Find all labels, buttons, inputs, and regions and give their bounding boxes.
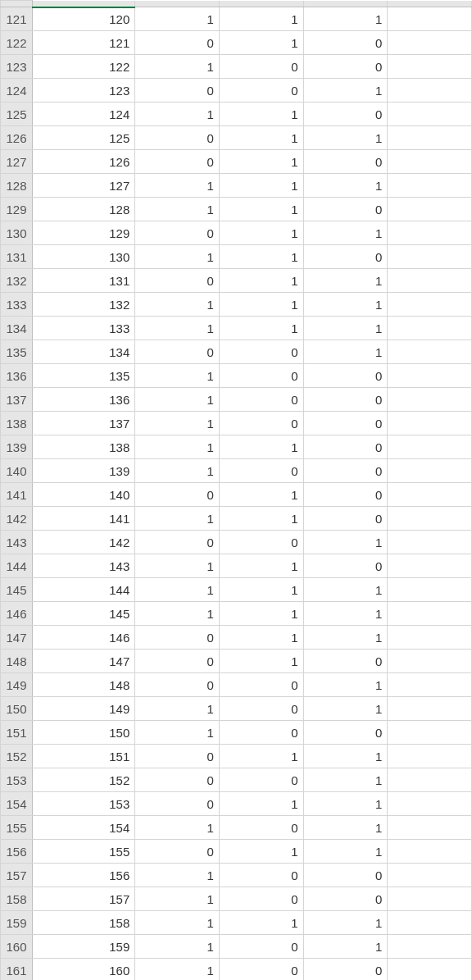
cell[interactable]: 1 — [219, 911, 303, 935]
cell[interactable]: 0 — [219, 459, 303, 483]
cell[interactable]: 1 — [219, 435, 303, 459]
cell[interactable]: 0 — [219, 697, 303, 721]
cell[interactable]: 144 — [33, 578, 135, 602]
cell[interactable]: 0 — [219, 768, 303, 792]
cell[interactable]: 136 — [33, 388, 135, 412]
cell[interactable]: 0 — [219, 79, 303, 103]
cell[interactable]: 0 — [303, 554, 388, 578]
cell[interactable]: 1 — [135, 697, 220, 721]
cell[interactable]: 1 — [135, 721, 220, 745]
cell[interactable]: 0 — [303, 103, 388, 126]
cell[interactable]: 1 — [135, 55, 220, 79]
cell[interactable]: 0 — [219, 887, 303, 911]
row-header[interactable]: 140 — [1, 459, 33, 483]
cell[interactable]: 0 — [219, 935, 303, 959]
cell[interactable]: 1 — [303, 792, 388, 816]
cell[interactable] — [388, 412, 472, 435]
row-header[interactable]: 152 — [1, 745, 33, 768]
cell[interactable]: 0 — [219, 864, 303, 887]
cell[interactable]: 0 — [303, 959, 388, 981]
cell[interactable]: 0 — [303, 887, 388, 911]
cell[interactable] — [388, 126, 472, 150]
cell[interactable]: 0 — [135, 650, 220, 673]
cell[interactable]: 132 — [33, 293, 135, 317]
cell[interactable]: 126 — [33, 150, 135, 174]
cell[interactable]: 1 — [219, 198, 303, 221]
cell[interactable]: 133 — [33, 317, 135, 340]
row-header[interactable]: 143 — [1, 531, 33, 554]
cell[interactable] — [388, 768, 472, 792]
cell[interactable]: 1 — [303, 911, 388, 935]
cell[interactable] — [388, 198, 472, 221]
cell[interactable]: 128 — [33, 198, 135, 221]
cell[interactable]: 1 — [135, 198, 220, 221]
cell[interactable] — [388, 483, 472, 507]
cell[interactable]: 135 — [33, 364, 135, 388]
cell[interactable] — [388, 7, 472, 31]
cell[interactable]: 1 — [303, 840, 388, 864]
cell[interactable]: 1 — [303, 531, 388, 554]
cell[interactable]: 1 — [219, 103, 303, 126]
cell[interactable]: 1 — [303, 293, 388, 317]
cell[interactable]: 0 — [303, 721, 388, 745]
row-header[interactable]: 136 — [1, 364, 33, 388]
row-header[interactable]: 157 — [1, 864, 33, 887]
cell[interactable]: 1 — [219, 31, 303, 55]
column-header-row[interactable] — [1, 1, 472, 7]
cell[interactable]: 1 — [303, 816, 388, 840]
cell[interactable]: 1 — [303, 269, 388, 293]
cell[interactable]: 0 — [135, 483, 220, 507]
cell[interactable]: 0 — [303, 412, 388, 435]
cell[interactable] — [388, 31, 472, 55]
cell[interactable]: 0 — [303, 388, 388, 412]
cell[interactable]: 129 — [33, 221, 135, 245]
cell[interactable]: 1 — [135, 174, 220, 198]
row-header[interactable]: 161 — [1, 959, 33, 981]
cell[interactable] — [388, 103, 472, 126]
cell[interactable]: 1 — [303, 768, 388, 792]
cell[interactable]: 143 — [33, 554, 135, 578]
cell[interactable]: 154 — [33, 816, 135, 840]
cell[interactable] — [388, 745, 472, 768]
cell[interactable]: 130 — [33, 245, 135, 269]
cell[interactable]: 1 — [219, 602, 303, 626]
column-header-b[interactable] — [135, 1, 220, 7]
cell[interactable]: 1 — [303, 174, 388, 198]
cell[interactable]: 139 — [33, 459, 135, 483]
row-header[interactable]: 131 — [1, 245, 33, 269]
cell[interactable]: 0 — [219, 388, 303, 412]
cell[interactable]: 137 — [33, 412, 135, 435]
row-header[interactable]: 156 — [1, 840, 33, 864]
row-header[interactable]: 149 — [1, 673, 33, 697]
row-header[interactable]: 160 — [1, 935, 33, 959]
cell[interactable]: 0 — [303, 364, 388, 388]
cell[interactable]: 1 — [219, 126, 303, 150]
cell[interactable]: 0 — [219, 412, 303, 435]
row-header[interactable]: 159 — [1, 911, 33, 935]
row-header[interactable]: 123 — [1, 55, 33, 79]
cell[interactable]: 1 — [135, 507, 220, 531]
cell[interactable]: 1 — [135, 412, 220, 435]
cell[interactable]: 1 — [219, 507, 303, 531]
cell[interactable]: 0 — [219, 364, 303, 388]
cell[interactable]: 1 — [219, 554, 303, 578]
row-header[interactable]: 142 — [1, 507, 33, 531]
cell[interactable]: 1 — [135, 388, 220, 412]
cell[interactable] — [388, 388, 472, 412]
cell[interactable]: 1 — [135, 959, 220, 981]
cell[interactable]: 1 — [219, 221, 303, 245]
cell[interactable]: 121 — [33, 31, 135, 55]
cell[interactable]: 127 — [33, 174, 135, 198]
row-header[interactable]: 133 — [1, 293, 33, 317]
cell[interactable] — [388, 554, 472, 578]
row-header[interactable]: 145 — [1, 578, 33, 602]
cell[interactable]: 1 — [303, 602, 388, 626]
cell[interactable]: 0 — [219, 340, 303, 364]
row-header[interactable]: 158 — [1, 887, 33, 911]
spreadsheet-grid[interactable]: 1211201111221210101231221001241230011251… — [0, 0, 472, 980]
cell[interactable] — [388, 269, 472, 293]
cell[interactable]: 1 — [303, 317, 388, 340]
cell[interactable]: 1 — [219, 174, 303, 198]
cell[interactable]: 155 — [33, 840, 135, 864]
cell[interactable] — [388, 650, 472, 673]
